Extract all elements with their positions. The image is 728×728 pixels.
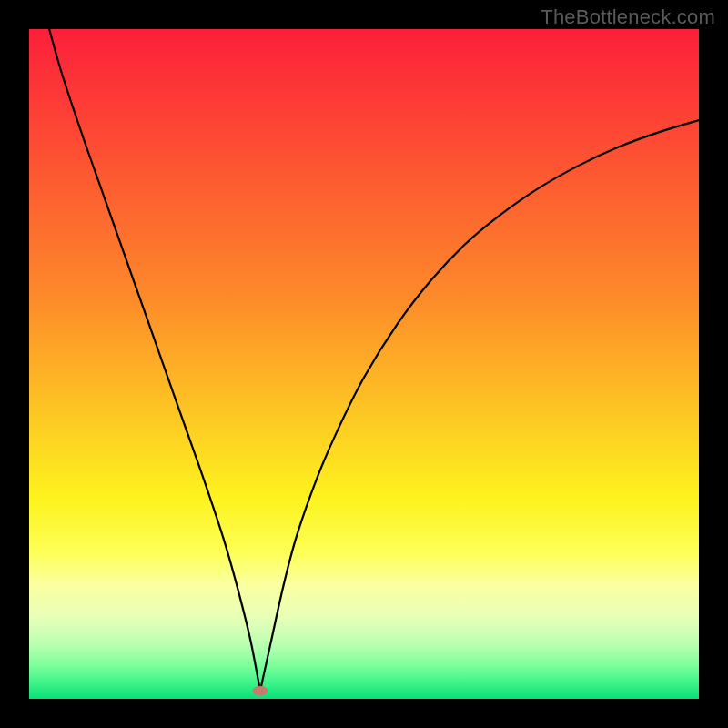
minimum-marker	[253, 686, 268, 695]
bottleneck-curve	[29, 29, 699, 699]
watermark-text: TheBottleneck.com	[541, 5, 715, 29]
plot-area	[29, 29, 699, 699]
chart-frame: TheBottleneck.com	[0, 0, 728, 728]
